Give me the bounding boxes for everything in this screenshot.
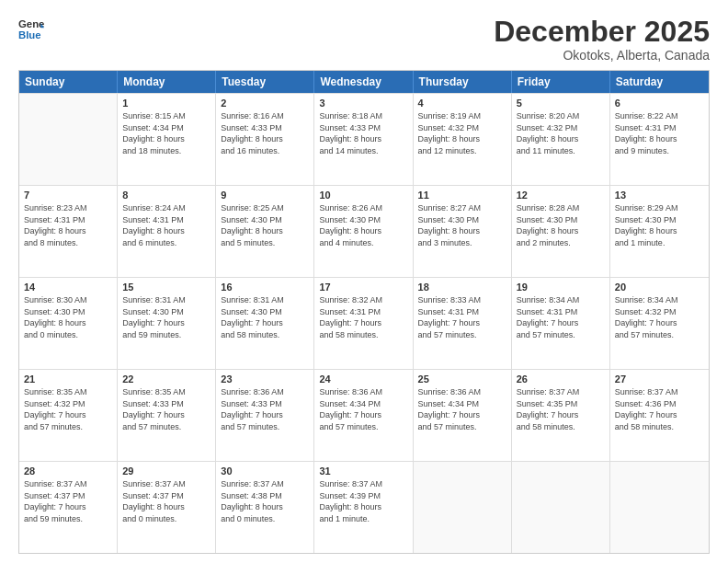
day-info: Sunrise: 8:35 AM Sunset: 4:32 PM Dayligh…	[24, 386, 112, 432]
day-number: 25	[418, 373, 506, 385]
day-number: 15	[122, 282, 210, 293]
day-cell-8: 8Sunrise: 8:24 AM Sunset: 4:31 PM Daylig…	[118, 186, 216, 277]
day-cell-19: 19Sunrise: 8:34 AM Sunset: 4:31 PM Dayli…	[512, 278, 610, 369]
calendar-row-2: 14Sunrise: 8:30 AM Sunset: 4:30 PM Dayli…	[19, 277, 709, 369]
day-cell-7: 7Sunrise: 8:23 AM Sunset: 4:31 PM Daylig…	[19, 186, 118, 277]
day-info: Sunrise: 8:34 AM Sunset: 4:32 PM Dayligh…	[615, 294, 704, 340]
day-info: Sunrise: 8:15 AM Sunset: 4:34 PM Dayligh…	[122, 110, 210, 156]
day-cell-22: 22Sunrise: 8:35 AM Sunset: 4:33 PM Dayli…	[118, 370, 216, 461]
day-cell-14: 14Sunrise: 8:30 AM Sunset: 4:30 PM Dayli…	[19, 278, 118, 369]
logo-icon: General Blue	[18, 17, 44, 42]
day-cell-26: 26Sunrise: 8:37 AM Sunset: 4:35 PM Dayli…	[512, 370, 610, 461]
day-cell-1: 1Sunrise: 8:15 AM Sunset: 4:34 PM Daylig…	[118, 94, 216, 185]
day-info: Sunrise: 8:24 AM Sunset: 4:31 PM Dayligh…	[122, 202, 210, 248]
day-info: Sunrise: 8:36 AM Sunset: 4:34 PM Dayligh…	[418, 386, 506, 432]
day-number: 18	[418, 282, 506, 293]
empty-cell-4-4	[414, 462, 512, 553]
day-number: 17	[319, 282, 407, 293]
header-cell-tuesday: Tuesday	[216, 71, 314, 93]
day-cell-21: 21Sunrise: 8:35 AM Sunset: 4:32 PM Dayli…	[19, 370, 118, 461]
day-cell-20: 20Sunrise: 8:34 AM Sunset: 4:32 PM Dayli…	[610, 278, 709, 369]
day-info: Sunrise: 8:18 AM Sunset: 4:33 PM Dayligh…	[319, 110, 407, 156]
day-number: 13	[615, 190, 704, 201]
day-number: 29	[122, 465, 210, 477]
day-cell-16: 16Sunrise: 8:31 AM Sunset: 4:30 PM Dayli…	[216, 278, 314, 369]
day-cell-23: 23Sunrise: 8:36 AM Sunset: 4:33 PM Dayli…	[216, 370, 314, 461]
header-cell-wednesday: Wednesday	[314, 71, 413, 93]
calendar-row-4: 28Sunrise: 8:37 AM Sunset: 4:37 PM Dayli…	[19, 461, 709, 553]
day-cell-2: 2Sunrise: 8:16 AM Sunset: 4:33 PM Daylig…	[216, 94, 314, 185]
day-cell-31: 31Sunrise: 8:37 AM Sunset: 4:39 PM Dayli…	[314, 462, 413, 553]
logo: General Blue	[18, 17, 44, 42]
day-number: 8	[122, 190, 210, 201]
day-info: Sunrise: 8:31 AM Sunset: 4:30 PM Dayligh…	[221, 294, 309, 340]
day-info: Sunrise: 8:27 AM Sunset: 4:30 PM Dayligh…	[418, 202, 506, 248]
calendar-row-1: 7Sunrise: 8:23 AM Sunset: 4:31 PM Daylig…	[19, 185, 709, 277]
day-info: Sunrise: 8:29 AM Sunset: 4:30 PM Dayligh…	[615, 202, 704, 248]
day-info: Sunrise: 8:37 AM Sunset: 4:37 PM Dayligh…	[24, 478, 112, 524]
empty-cell-4-6	[610, 462, 709, 553]
day-cell-28: 28Sunrise: 8:37 AM Sunset: 4:37 PM Dayli…	[19, 462, 118, 553]
month-title: December 2025	[494, 17, 710, 46]
day-info: Sunrise: 8:16 AM Sunset: 4:33 PM Dayligh…	[221, 110, 309, 156]
header-cell-sunday: Sunday	[19, 71, 118, 93]
day-number: 28	[24, 465, 112, 477]
calendar: SundayMondayTuesdayWednesdayThursdayFrid…	[18, 70, 710, 554]
day-number: 31	[319, 465, 407, 477]
day-number: 1	[122, 98, 210, 109]
day-number: 10	[319, 190, 407, 201]
day-number: 4	[418, 98, 506, 109]
day-number: 26	[517, 373, 605, 385]
header-cell-friday: Friday	[512, 71, 610, 93]
day-info: Sunrise: 8:26 AM Sunset: 4:30 PM Dayligh…	[319, 202, 407, 248]
empty-cell-0-0	[19, 94, 118, 185]
calendar-row-0: 1Sunrise: 8:15 AM Sunset: 4:34 PM Daylig…	[19, 93, 709, 185]
day-number: 6	[615, 98, 704, 109]
day-number: 24	[319, 373, 407, 385]
calendar-body: 1Sunrise: 8:15 AM Sunset: 4:34 PM Daylig…	[19, 93, 709, 553]
title-section: December 2025 Okotoks, Alberta, Canada	[494, 17, 710, 63]
svg-text:General: General	[18, 18, 44, 29]
day-cell-18: 18Sunrise: 8:33 AM Sunset: 4:31 PM Dayli…	[414, 278, 512, 369]
day-number: 16	[221, 282, 309, 293]
day-number: 22	[122, 373, 210, 385]
day-info: Sunrise: 8:36 AM Sunset: 4:34 PM Dayligh…	[319, 386, 407, 432]
day-info: Sunrise: 8:20 AM Sunset: 4:32 PM Dayligh…	[517, 110, 605, 156]
day-number: 9	[221, 190, 309, 201]
header-cell-monday: Monday	[118, 71, 216, 93]
day-info: Sunrise: 8:19 AM Sunset: 4:32 PM Dayligh…	[418, 110, 506, 156]
day-number: 11	[418, 190, 506, 201]
day-cell-9: 9Sunrise: 8:25 AM Sunset: 4:30 PM Daylig…	[216, 186, 314, 277]
day-info: Sunrise: 8:30 AM Sunset: 4:30 PM Dayligh…	[24, 294, 112, 340]
day-info: Sunrise: 8:37 AM Sunset: 4:37 PM Dayligh…	[122, 478, 210, 524]
day-cell-6: 6Sunrise: 8:22 AM Sunset: 4:31 PM Daylig…	[610, 94, 709, 185]
day-number: 3	[319, 98, 407, 109]
day-cell-24: 24Sunrise: 8:36 AM Sunset: 4:34 PM Dayli…	[314, 370, 413, 461]
day-number: 7	[24, 190, 112, 201]
empty-cell-4-5	[512, 462, 610, 553]
day-number: 21	[24, 373, 112, 385]
day-info: Sunrise: 8:37 AM Sunset: 4:39 PM Dayligh…	[319, 478, 407, 524]
header-cell-saturday: Saturday	[610, 71, 709, 93]
day-info: Sunrise: 8:25 AM Sunset: 4:30 PM Dayligh…	[221, 202, 309, 248]
calendar-row-3: 21Sunrise: 8:35 AM Sunset: 4:32 PM Dayli…	[19, 369, 709, 461]
day-number: 23	[221, 373, 309, 385]
day-cell-27: 27Sunrise: 8:37 AM Sunset: 4:36 PM Dayli…	[610, 370, 709, 461]
day-number: 20	[615, 282, 704, 293]
subtitle: Okotoks, Alberta, Canada	[494, 48, 710, 63]
day-cell-10: 10Sunrise: 8:26 AM Sunset: 4:30 PM Dayli…	[314, 186, 413, 277]
day-info: Sunrise: 8:35 AM Sunset: 4:33 PM Dayligh…	[122, 386, 210, 432]
day-number: 30	[221, 465, 309, 477]
day-cell-11: 11Sunrise: 8:27 AM Sunset: 4:30 PM Dayli…	[414, 186, 512, 277]
header-cell-thursday: Thursday	[414, 71, 512, 93]
day-cell-13: 13Sunrise: 8:29 AM Sunset: 4:30 PM Dayli…	[610, 186, 709, 277]
header: General Blue December 2025 Okotoks, Albe…	[18, 17, 710, 63]
day-number: 14	[24, 282, 112, 293]
day-info: Sunrise: 8:32 AM Sunset: 4:31 PM Dayligh…	[319, 294, 407, 340]
day-cell-4: 4Sunrise: 8:19 AM Sunset: 4:32 PM Daylig…	[414, 94, 512, 185]
day-info: Sunrise: 8:33 AM Sunset: 4:31 PM Dayligh…	[418, 294, 506, 340]
day-info: Sunrise: 8:28 AM Sunset: 4:30 PM Dayligh…	[517, 202, 605, 248]
day-info: Sunrise: 8:23 AM Sunset: 4:31 PM Dayligh…	[24, 202, 112, 248]
day-info: Sunrise: 8:37 AM Sunset: 4:38 PM Dayligh…	[221, 478, 309, 524]
day-cell-30: 30Sunrise: 8:37 AM Sunset: 4:38 PM Dayli…	[216, 462, 314, 553]
